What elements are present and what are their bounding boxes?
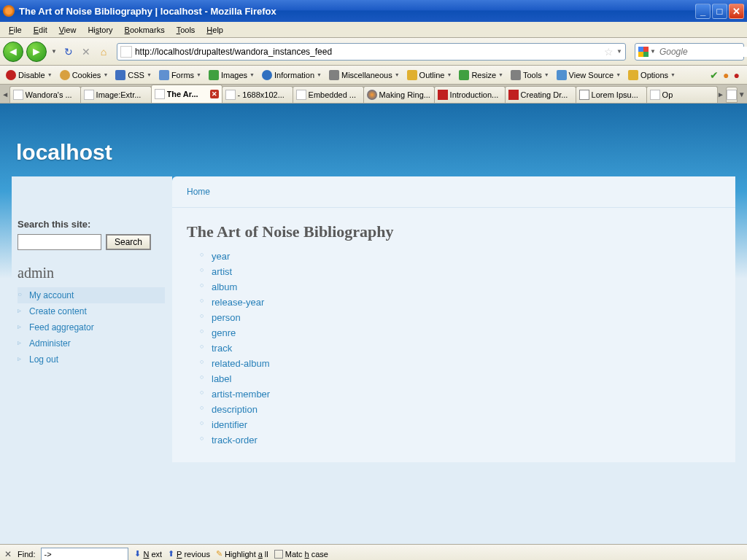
admin-menu-link[interactable]: Administer (29, 338, 71, 349)
browser-tab[interactable]: Introduction... (434, 86, 506, 103)
find-input[interactable] (41, 548, 128, 561)
browser-tab[interactable]: The Ar...✕ (151, 85, 222, 103)
menu-history[interactable]: History (82, 24, 118, 36)
forward-button[interactable]: ► (26, 42, 47, 62)
css-icon (115, 70, 125, 80)
reload-button[interactable]: ↻ (61, 44, 76, 59)
menu-edit[interactable]: Edit (28, 24, 53, 36)
menu-file[interactable]: File (3, 24, 28, 36)
admin-menu-item[interactable]: Log out (18, 351, 165, 368)
stop-button[interactable]: ✕ (79, 44, 93, 59)
content-link[interactable]: artist-member (212, 389, 270, 400)
home-button[interactable]: ⌂ (96, 44, 111, 59)
url-bar[interactable]: http://localhost/drupaltest/wandora_inst… (117, 43, 626, 61)
devtool-resize[interactable]: Resize▼ (456, 69, 506, 82)
disable-icon (6, 70, 16, 80)
content-list-item: artist-member (200, 386, 721, 402)
tab-scroll-right[interactable]: ► (717, 85, 725, 103)
admin-menu-item[interactable]: Feed aggregator (18, 319, 165, 335)
devtool-outline[interactable]: Outline▼ (404, 69, 455, 82)
devtool-information[interactable]: Information▼ (259, 69, 325, 82)
devtool-forms[interactable]: Forms▼ (156, 69, 204, 82)
content-list-item: release-year (200, 295, 721, 310)
devtool-images[interactable]: Images▼ (206, 69, 258, 82)
validate-ok-icon[interactable]: ✔ (710, 69, 719, 81)
devtool-disable[interactable]: Disable▼ (3, 69, 55, 82)
bookmark-star-icon[interactable]: ☆ (604, 46, 614, 58)
tab-close-icon[interactable]: ✕ (210, 90, 219, 98)
validate-error-icon[interactable]: ● (734, 69, 740, 81)
menu-view[interactable]: View (53, 24, 82, 36)
validate-warn-icon[interactable]: ● (723, 69, 729, 81)
devtool-miscellaneous[interactable]: Miscellaneous▼ (326, 69, 403, 82)
cookies-icon (60, 70, 70, 80)
menu-bookmarks[interactable]: Bookmarks (119, 24, 171, 36)
devtool-css[interactable]: CSS▼ (112, 69, 155, 82)
devtool-tools[interactable]: Tools▼ (508, 69, 552, 82)
checkbox-icon[interactable] (274, 550, 283, 559)
find-match-case[interactable]: Match case (274, 550, 328, 559)
browser-tab[interactable]: - 1688x102... (222, 86, 293, 103)
content-link[interactable]: year (212, 251, 230, 262)
find-highlight-button[interactable]: ✎Highlight all (216, 549, 268, 559)
browser-search-bar[interactable]: ▼ 🔍 (635, 43, 744, 61)
content-list-item: identifier (200, 417, 721, 432)
browser-tab[interactable]: Making Ring... (363, 86, 435, 103)
new-tab-button[interactable] (726, 87, 738, 103)
site-name[interactable]: localhost (16, 140, 747, 165)
tab-scroll-left[interactable]: ◄ (1, 85, 9, 103)
content-link[interactable]: related-album (212, 358, 270, 369)
devtool-options[interactable]: Options▼ (625, 69, 678, 82)
browser-tab[interactable]: Image:Extr... (80, 86, 152, 103)
tab-label: Embedded ... (309, 90, 360, 99)
content-list-item: label (200, 371, 721, 386)
browser-search-input[interactable] (659, 47, 747, 57)
admin-menu-item[interactable]: Administer (18, 335, 165, 351)
admin-menu-item[interactable]: Create content (18, 303, 165, 319)
search-engine-dropdown[interactable]: ▼ (649, 48, 657, 55)
nav-history-dropdown[interactable]: ▼ (50, 48, 58, 55)
content-link[interactable]: album (212, 281, 237, 292)
admin-menu-link[interactable]: Create content (29, 306, 87, 316)
dropdown-icon: ▼ (317, 72, 322, 77)
content-link[interactable]: identifier (212, 419, 247, 430)
content-link[interactable]: release-year (212, 297, 264, 308)
url-text[interactable]: http://localhost/drupaltest/wandora_inst… (135, 47, 601, 57)
browser-tab[interactable]: Op (646, 86, 718, 103)
content-link[interactable]: track (212, 343, 232, 354)
content-link[interactable]: description (212, 404, 258, 415)
find-previous-button[interactable]: ⬆Previous (168, 549, 210, 559)
content-viewport[interactable]: localhost Search this site: Search admin… (0, 104, 747, 544)
content-link[interactable]: artist (212, 266, 232, 277)
devtool-cookies[interactable]: Cookies▼ (57, 69, 112, 82)
admin-menu-link[interactable]: Feed aggregator (29, 322, 94, 332)
content-link[interactable]: track-order (212, 435, 258, 446)
content-link[interactable]: label (212, 373, 231, 384)
admin-menu-link[interactable]: Log out (29, 354, 58, 365)
google-icon[interactable] (638, 46, 649, 58)
admin-menu-link[interactable]: My account (29, 290, 74, 300)
close-button[interactable]: ✕ (729, 4, 744, 19)
content-link[interactable]: genre (212, 327, 236, 338)
minimize-button[interactable]: _ (695, 4, 711, 19)
all-tabs-dropdown[interactable]: ▼ (738, 85, 746, 103)
browser-tab[interactable]: Lorem Ipsu... (576, 86, 647, 103)
breadcrumb-home[interactable]: Home (187, 187, 210, 197)
back-button[interactable]: ◄ (3, 42, 23, 62)
menu-help[interactable]: Help (201, 24, 229, 36)
admin-menu-item[interactable]: My account (18, 287, 165, 303)
devtool-view source[interactable]: View Source▼ (554, 69, 624, 82)
browser-tab[interactable]: Embedded ... (293, 86, 364, 103)
browser-tab[interactable]: Wandora's ... (9, 86, 81, 103)
content-link[interactable]: person (212, 312, 241, 323)
site-search-button[interactable]: Search (106, 234, 151, 250)
dropdown-icon: ▼ (103, 72, 108, 77)
maximize-button[interactable]: □ (712, 4, 727, 19)
tools-icon (511, 70, 521, 80)
find-next-button[interactable]: ⬇Next (134, 549, 162, 559)
find-close-icon[interactable]: ✕ (4, 549, 12, 559)
browser-tab[interactable]: Creating Dr... (505, 86, 576, 103)
menu-tools[interactable]: Tools (171, 24, 201, 36)
url-dropdown-icon[interactable]: ▼ (616, 48, 622, 55)
site-search-input[interactable] (18, 234, 101, 250)
